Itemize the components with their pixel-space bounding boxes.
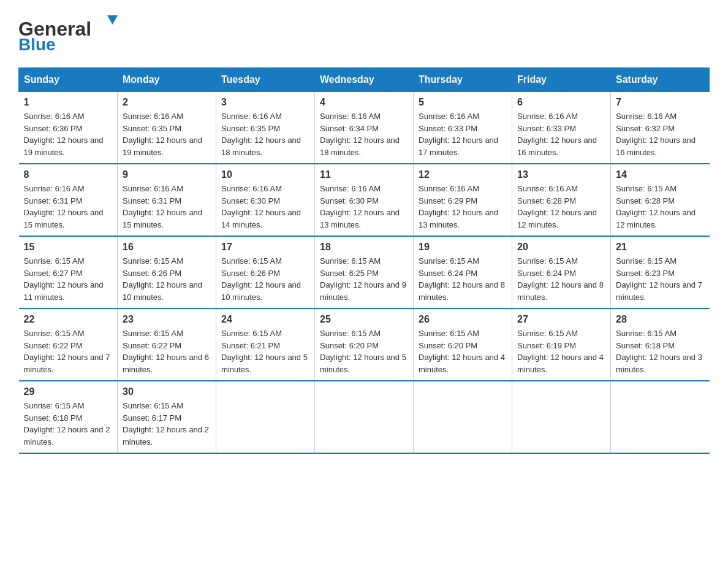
cell-week5-day5 [512, 381, 611, 453]
day-info: Sunrise: 6:16 AMSunset: 6:34 PMDaylight:… [320, 110, 408, 158]
day-info: Sunrise: 6:15 AMSunset: 6:24 PMDaylight:… [419, 255, 507, 303]
day-info: Sunrise: 6:15 AMSunset: 6:18 PMDaylight:… [616, 327, 705, 375]
day-info: Sunrise: 6:15 AMSunset: 6:28 PMDaylight:… [616, 183, 705, 231]
day-info: Sunrise: 6:15 AMSunset: 6:22 PMDaylight:… [24, 327, 113, 375]
day-info: Sunrise: 6:16 AMSunset: 6:30 PMDaylight:… [320, 183, 408, 231]
day-number: 10 [221, 169, 309, 180]
day-info: Sunrise: 6:15 AMSunset: 6:26 PMDaylight:… [123, 255, 211, 303]
cell-week4-day3: 25 Sunrise: 6:15 AMSunset: 6:20 PMDaylig… [315, 308, 414, 381]
cell-week2-day2: 10 Sunrise: 6:16 AMSunset: 6:30 PMDaylig… [216, 164, 315, 236]
header-wednesday: Wednesday [315, 68, 414, 92]
day-number: 19 [419, 242, 507, 253]
day-number: 20 [517, 242, 605, 253]
week-row-4: 22 Sunrise: 6:15 AMSunset: 6:22 PMDaylig… [19, 308, 710, 381]
week-row-2: 8 Sunrise: 6:16 AMSunset: 6:31 PMDayligh… [19, 164, 710, 236]
day-info: Sunrise: 6:16 AMSunset: 6:33 PMDaylight:… [419, 110, 507, 158]
cell-week2-day4: 12 Sunrise: 6:16 AMSunset: 6:29 PMDaylig… [414, 164, 512, 236]
day-info: Sunrise: 6:16 AMSunset: 6:31 PMDaylight:… [24, 183, 113, 231]
day-number: 9 [123, 169, 211, 180]
day-info: Sunrise: 6:15 AMSunset: 6:18 PMDaylight:… [24, 400, 113, 448]
day-number: 22 [24, 314, 113, 325]
cell-week2-day1: 9 Sunrise: 6:16 AMSunset: 6:31 PMDayligh… [118, 164, 216, 236]
cell-week1-day1: 2 Sunrise: 6:16 AMSunset: 6:35 PMDayligh… [118, 92, 216, 164]
day-info: Sunrise: 6:15 AMSunset: 6:27 PMDaylight:… [24, 255, 113, 303]
cell-week1-day3: 4 Sunrise: 6:16 AMSunset: 6:34 PMDayligh… [315, 92, 414, 164]
calendar-header-row: Sunday Monday Tuesday Wednesday Thursday… [19, 68, 710, 92]
day-number: 7 [616, 97, 705, 108]
day-number: 5 [419, 97, 507, 108]
cell-week1-day5: 6 Sunrise: 6:16 AMSunset: 6:33 PMDayligh… [512, 92, 611, 164]
day-info: Sunrise: 6:15 AMSunset: 6:24 PMDaylight:… [517, 255, 605, 303]
day-number: 12 [419, 169, 507, 180]
cell-week1-day4: 5 Sunrise: 6:16 AMSunset: 6:33 PMDayligh… [414, 92, 512, 164]
day-info: Sunrise: 6:15 AMSunset: 6:19 PMDaylight:… [517, 327, 605, 375]
cell-week3-day1: 16 Sunrise: 6:15 AMSunset: 6:26 PMDaylig… [118, 236, 216, 308]
header-monday: Monday [118, 68, 216, 92]
cell-week3-day2: 17 Sunrise: 6:15 AMSunset: 6:26 PMDaylig… [216, 236, 315, 308]
day-info: Sunrise: 6:16 AMSunset: 6:31 PMDaylight:… [123, 183, 211, 231]
page-header: General Blue [18, 12, 710, 55]
cell-week5-day0: 29 Sunrise: 6:15 AMSunset: 6:18 PMDaylig… [19, 381, 118, 453]
day-info: Sunrise: 6:16 AMSunset: 6:35 PMDaylight:… [123, 110, 211, 158]
day-number: 15 [24, 242, 113, 253]
day-info: Sunrise: 6:16 AMSunset: 6:28 PMDaylight:… [517, 183, 605, 231]
cell-week3-day3: 18 Sunrise: 6:15 AMSunset: 6:25 PMDaylig… [315, 236, 414, 308]
header-thursday: Thursday [414, 68, 512, 92]
week-row-5: 29 Sunrise: 6:15 AMSunset: 6:18 PMDaylig… [19, 381, 710, 453]
cell-week3-day0: 15 Sunrise: 6:15 AMSunset: 6:27 PMDaylig… [19, 236, 118, 308]
cell-week5-day4 [414, 381, 512, 453]
day-number: 13 [517, 169, 605, 180]
header-tuesday: Tuesday [216, 68, 315, 92]
day-number: 1 [24, 97, 113, 108]
cell-week1-day2: 3 Sunrise: 6:16 AMSunset: 6:35 PMDayligh… [216, 92, 315, 164]
header-friday: Friday [512, 68, 611, 92]
cell-week4-day1: 23 Sunrise: 6:15 AMSunset: 6:22 PMDaylig… [118, 308, 216, 381]
day-info: Sunrise: 6:16 AMSunset: 6:30 PMDaylight:… [221, 183, 309, 231]
day-number: 18 [320, 242, 408, 253]
day-number: 23 [123, 314, 211, 325]
day-number: 27 [517, 314, 605, 325]
day-number: 17 [221, 242, 309, 253]
cell-week4-day0: 22 Sunrise: 6:15 AMSunset: 6:22 PMDaylig… [19, 308, 118, 381]
day-info: Sunrise: 6:15 AMSunset: 6:20 PMDaylight:… [419, 327, 507, 375]
day-number: 6 [517, 97, 605, 108]
day-info: Sunrise: 6:16 AMSunset: 6:29 PMDaylight:… [419, 183, 507, 231]
day-info: Sunrise: 6:15 AMSunset: 6:17 PMDaylight:… [123, 400, 211, 448]
day-info: Sunrise: 6:15 AMSunset: 6:25 PMDaylight:… [320, 255, 408, 303]
day-number: 26 [419, 314, 507, 325]
day-info: Sunrise: 6:15 AMSunset: 6:23 PMDaylight:… [616, 255, 705, 303]
cell-week1-day0: 1 Sunrise: 6:16 AMSunset: 6:36 PMDayligh… [19, 92, 118, 164]
day-number: 25 [320, 314, 408, 325]
cell-week5-day1: 30 Sunrise: 6:15 AMSunset: 6:17 PMDaylig… [118, 381, 216, 453]
day-info: Sunrise: 6:16 AMSunset: 6:36 PMDaylight:… [24, 110, 113, 158]
day-number: 14 [616, 169, 705, 180]
header-sunday: Sunday [19, 68, 118, 92]
day-number: 29 [24, 386, 113, 397]
day-number: 28 [616, 314, 705, 325]
svg-text:Blue: Blue [18, 35, 56, 54]
svg-marker-1 [107, 15, 118, 25]
day-number: 30 [123, 386, 211, 397]
day-number: 24 [221, 314, 309, 325]
cell-week5-day6 [611, 381, 710, 453]
day-number: 11 [320, 169, 408, 180]
day-number: 3 [221, 97, 309, 108]
cell-week3-day6: 21 Sunrise: 6:15 AMSunset: 6:23 PMDaylig… [611, 236, 710, 308]
cell-week5-day2 [216, 381, 315, 453]
cell-week2-day0: 8 Sunrise: 6:16 AMSunset: 6:31 PMDayligh… [19, 164, 118, 236]
day-number: 8 [24, 169, 113, 180]
cell-week2-day6: 14 Sunrise: 6:15 AMSunset: 6:28 PMDaylig… [611, 164, 710, 236]
logo-svg: General Blue [18, 12, 129, 55]
day-info: Sunrise: 6:15 AMSunset: 6:20 PMDaylight:… [320, 327, 408, 375]
day-info: Sunrise: 6:15 AMSunset: 6:26 PMDaylight:… [221, 255, 309, 303]
cell-week3-day4: 19 Sunrise: 6:15 AMSunset: 6:24 PMDaylig… [414, 236, 512, 308]
logo: General Blue [18, 12, 129, 55]
day-info: Sunrise: 6:15 AMSunset: 6:21 PMDaylight:… [221, 327, 309, 375]
cell-week2-day5: 13 Sunrise: 6:16 AMSunset: 6:28 PMDaylig… [512, 164, 611, 236]
day-info: Sunrise: 6:16 AMSunset: 6:33 PMDaylight:… [517, 110, 605, 158]
cell-week4-day5: 27 Sunrise: 6:15 AMSunset: 6:19 PMDaylig… [512, 308, 611, 381]
day-info: Sunrise: 6:16 AMSunset: 6:32 PMDaylight:… [616, 110, 705, 158]
cell-week2-day3: 11 Sunrise: 6:16 AMSunset: 6:30 PMDaylig… [315, 164, 414, 236]
cell-week4-day6: 28 Sunrise: 6:15 AMSunset: 6:18 PMDaylig… [611, 308, 710, 381]
day-number: 21 [616, 242, 705, 253]
